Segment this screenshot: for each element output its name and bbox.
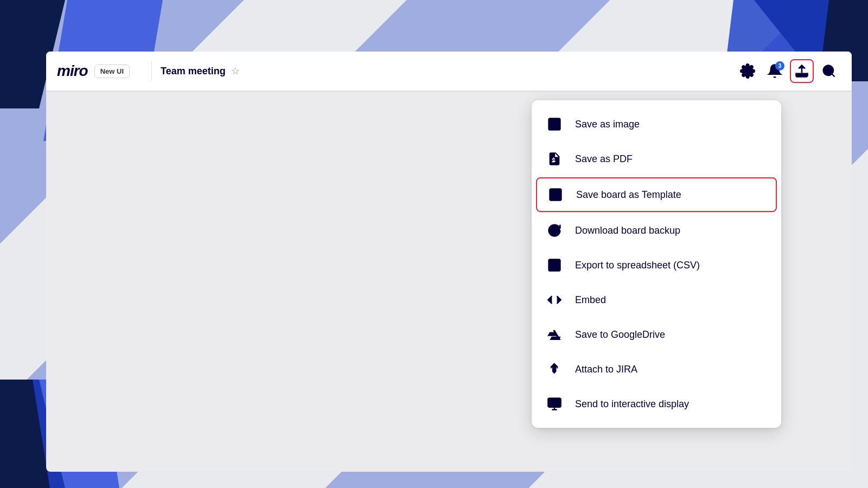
export-button[interactable]	[790, 59, 814, 83]
notifications-button[interactable]: 3	[763, 59, 787, 83]
embed-icon	[545, 290, 564, 310]
board-title: Team meeting	[161, 66, 226, 77]
svg-rect-9	[549, 260, 560, 271]
menu-label-save-pdf: Save as PDF	[575, 153, 633, 165]
jira-icon	[545, 359, 564, 379]
export-icon	[794, 63, 809, 79]
menu-item-download-backup[interactable]: Download board backup	[532, 213, 781, 248]
spreadsheet-icon	[545, 255, 564, 275]
gear-icon	[740, 63, 755, 79]
menu-label-interactive-display: Send to interactive display	[575, 399, 689, 410]
topbar-icons: 3	[736, 59, 841, 83]
menu-label-attach-jira: Attach to JIRA	[575, 364, 637, 375]
image-icon	[545, 114, 564, 134]
svg-point-5	[551, 121, 553, 123]
menu-item-save-template[interactable]: Save board as Template	[536, 177, 777, 212]
backup-icon	[545, 221, 564, 240]
template-icon	[546, 185, 565, 204]
menu-label-embed: Embed	[575, 294, 606, 306]
menu-item-save-drive[interactable]: Save to GoogleDrive	[532, 317, 781, 352]
menu-item-interactive-display[interactable]: Send to interactive display	[532, 387, 781, 421]
export-dropdown: Save as image Save as PDF Save board as …	[532, 100, 781, 428]
svg-rect-14	[548, 399, 560, 407]
logo-area: miro New UI	[57, 62, 130, 80]
topbar-divider-1	[151, 61, 152, 81]
drive-icon	[545, 325, 564, 344]
menu-item-embed[interactable]: Embed	[532, 282, 781, 317]
svg-point-2	[824, 66, 834, 76]
svg-line-3	[832, 74, 834, 76]
notification-badge: 3	[775, 61, 784, 70]
menu-label-save-image: Save as image	[575, 119, 640, 130]
menu-item-save-pdf[interactable]: Save as PDF	[532, 142, 781, 176]
search-icon	[821, 63, 837, 79]
menu-label-download-backup: Download board backup	[575, 225, 680, 236]
menu-label-save-drive: Save to GoogleDrive	[575, 329, 665, 341]
pdf-icon	[545, 149, 564, 169]
menu-item-export-csv[interactable]: Export to spreadsheet (CSV)	[532, 248, 781, 282]
miro-logo: miro	[57, 62, 88, 80]
menu-item-save-image[interactable]: Save as image	[532, 107, 781, 142]
menu-item-attach-jira[interactable]: Attach to JIRA	[532, 352, 781, 387]
topbar: miro New UI Team meeting ☆ 3	[46, 52, 852, 91]
menu-label-save-template: Save board as Template	[576, 189, 681, 201]
settings-button[interactable]	[736, 59, 760, 83]
search-button[interactable]	[817, 59, 841, 83]
new-ui-badge[interactable]: New UI	[94, 65, 130, 78]
star-icon[interactable]: ☆	[231, 65, 240, 77]
display-icon	[545, 394, 564, 414]
menu-label-export-csv: Export to spreadsheet (CSV)	[575, 260, 700, 271]
svg-rect-6	[550, 189, 561, 201]
